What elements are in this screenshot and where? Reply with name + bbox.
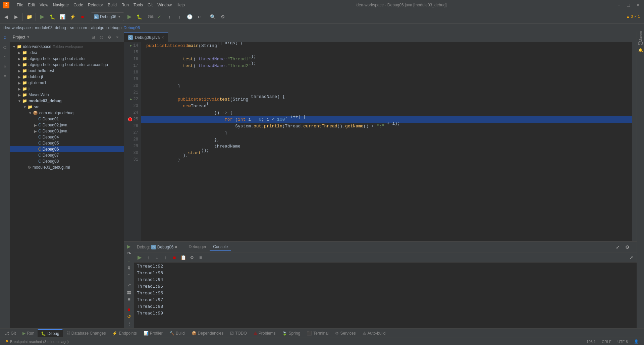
console-clear-button[interactable]: ▶ <box>136 253 144 262</box>
console-down-button[interactable]: ↓ <box>153 253 161 262</box>
debug-resume-button[interactable]: ▶ <box>125 243 133 249</box>
menu-run[interactable]: Run <box>119 2 131 8</box>
menu-code[interactable]: Code <box>71 2 85 8</box>
git-undo-button[interactable]: ↩ <box>195 12 204 21</box>
tree-item-debug02[interactable]: ▶ C Debug02.java <box>10 122 124 128</box>
debug-frames-button[interactable]: ≡ <box>125 296 133 302</box>
menu-window[interactable]: Window <box>155 2 174 8</box>
settings-panel-button[interactable]: ⚙ <box>106 34 113 41</box>
breadcrumb-workspace[interactable]: idea-workspace <box>3 25 31 30</box>
debug-tab-debugger[interactable]: Debugger <box>185 243 210 251</box>
bottom-tab-spring[interactable]: 🍃 Spring <box>279 330 304 337</box>
run-config-selector[interactable]: D Debug06 ▼ <box>91 12 124 21</box>
breadcrumb-module[interactable]: module03_debug <box>35 25 66 30</box>
bottom-tab-terminal[interactable]: ⬛ Terminal <box>304 330 332 337</box>
bottom-tab-endpoints[interactable]: ⚡ Endpoints <box>109 330 140 337</box>
tree-item-debug05[interactable]: C Debug05 <box>10 140 124 146</box>
code-content[interactable]: public static void main(String[] args) {… <box>141 42 632 241</box>
tree-item-iml[interactable]: ⚙ module03_debug.iml <box>10 164 124 170</box>
console-extra-button[interactable]: ≡ <box>197 253 205 262</box>
console-step-run-button[interactable]: ■ <box>170 253 178 262</box>
status-encoding[interactable]: UTF-8 <box>615 338 631 345</box>
bottom-tab-problems[interactable]: ⚠ Problems <box>250 330 279 337</box>
coverage-button[interactable]: 📊 <box>58 12 67 21</box>
sidebar-bookmarks-icon[interactable]: ☆ <box>1 62 9 70</box>
console-up-button[interactable]: ↑ <box>144 253 152 262</box>
breakpoint-25[interactable] <box>128 117 132 121</box>
status-user[interactable]: 👤 <box>631 338 641 345</box>
breadcrumb-file[interactable]: Debug06 <box>123 25 140 30</box>
menu-view[interactable]: View <box>38 2 50 8</box>
tree-item-debug07[interactable]: C Debug07 <box>10 152 124 158</box>
debug-stop-button[interactable]: ■ <box>125 306 133 312</box>
close-button[interactable]: × <box>635 2 641 8</box>
status-crlf[interactable]: CRLF <box>599 338 614 345</box>
tree-item-autoconfig[interactable]: ▶ 📁 atguigu-hello-spring-boot-starter-au… <box>10 62 124 68</box>
sidebar-commit-icon[interactable]: C <box>1 43 9 52</box>
profile-button[interactable]: ⚡ <box>68 12 77 21</box>
run-button[interactable]: ▶ <box>38 12 47 21</box>
bottom-tab-dependencies[interactable]: 📦 Dependencies <box>188 330 227 337</box>
tree-item-debug01[interactable]: C Debug01 <box>10 116 124 122</box>
debug-gear-button[interactable]: ⚙ <box>623 243 631 251</box>
sidebar-project-icon[interactable]: P <box>1 34 9 42</box>
tree-item-maven[interactable]: ▶ 📁 MavenWeb <box>10 92 124 98</box>
bottom-tab-db-changes[interactable]: 🗄 Database Changes <box>63 330 109 337</box>
breadcrumb-atguigu[interactable]: atguigu <box>91 25 104 30</box>
maven-icon[interactable]: Maven <box>638 34 644 40</box>
bottom-tab-run[interactable]: ▶ Run <box>19 330 38 337</box>
stop-button[interactable]: ■ <box>78 12 87 21</box>
run-action-button[interactable]: ▶ <box>125 12 134 21</box>
close-panel-button[interactable]: × <box>114 34 121 41</box>
console-end-button[interactable]: ⤢ <box>627 253 635 262</box>
debug-evaluate-button[interactable]: ▦ <box>125 289 133 295</box>
tree-item-debug08[interactable]: C Debug08 <box>10 158 124 164</box>
bottom-tab-profiler[interactable]: 📊 Profiler <box>140 330 166 337</box>
tree-item-module03[interactable]: ▼ 📁 module03_debug <box>10 98 124 104</box>
forward-button[interactable]: ▶ <box>11 12 21 21</box>
tree-item-root[interactable]: ▼ 📁 idea-workspace E:\idea-workspace <box>10 44 124 50</box>
tree-item-debug04[interactable]: C Debug04 <box>10 134 124 140</box>
menu-navigate[interactable]: Navigate <box>51 2 71 8</box>
tree-item-gitdemo[interactable]: ▶ 📁 git-demo1 <box>10 80 124 86</box>
console-step-out-button[interactable]: ↑ <box>162 253 170 262</box>
tree-item-src[interactable]: ▼ 📁 src <box>10 104 124 110</box>
locate-file-button[interactable]: ◎ <box>98 34 105 41</box>
tree-item-boot[interactable]: ▶ 📁 boot-hello-test <box>10 68 124 74</box>
breadcrumb-src[interactable]: src <box>70 25 75 30</box>
tree-item-debug03[interactable]: ▶ C Debug03.java <box>10 128 124 134</box>
tab-close-debug06[interactable]: × <box>162 35 164 40</box>
menu-refactor[interactable]: Refactor <box>86 2 105 8</box>
project-panel-title[interactable]: Project ▼ <box>13 35 30 40</box>
sidebar-structure-icon[interactable]: ≡ <box>1 71 9 80</box>
debug-run-to-cursor-button[interactable]: ↗ <box>125 282 133 288</box>
debug-tab-console[interactable]: Console <box>210 243 231 251</box>
debug-settings-button[interactable]: ⋮ <box>125 321 133 327</box>
tree-item-debug06[interactable]: C Debug06 <box>10 146 124 152</box>
breadcrumb-debug[interactable]: debug <box>108 25 119 30</box>
debug-restart-button[interactable]: ↺ <box>125 313 133 320</box>
menu-build[interactable]: Build <box>106 2 119 8</box>
debug-step-into-button[interactable]: ↓ <box>125 257 133 264</box>
git-pull-button[interactable]: ↓ <box>175 12 184 21</box>
bottom-tab-build[interactable]: 🔨 Build <box>166 330 188 337</box>
notifications-icon[interactable]: 🔔 <box>638 47 644 53</box>
debug-maximize-button[interactable]: ⤢ <box>614 243 622 251</box>
console-settings-button[interactable]: ⚙ <box>188 253 196 262</box>
back-button[interactable]: ◀ <box>1 12 11 21</box>
status-cursor[interactable]: 103:1 <box>584 338 599 345</box>
tree-item-dubbo[interactable]: ▶ 📁 dubbo-jt <box>10 74 124 80</box>
tree-item-starter[interactable]: ▶ 📁 atguigu-hello-spring-boot-starter <box>10 56 124 62</box>
status-breakpoint[interactable]: ⚑ Breakpoint reached (3 minutes ago) <box>3 338 71 345</box>
project-view-button[interactable]: 📁 <box>24 12 34 21</box>
bottom-tab-services[interactable]: ⚙ Services <box>332 330 359 337</box>
menu-edit[interactable]: Edit <box>26 2 37 8</box>
bottom-tab-debug[interactable]: 🐛 Debug <box>38 329 62 337</box>
search-button[interactable]: 🔍 <box>208 12 217 21</box>
console-dump-button[interactable]: 📋 <box>179 253 187 262</box>
settings-button[interactable]: ⚙ <box>218 12 227 21</box>
editor-tab-debug06[interactable]: C Debug06.java × <box>124 33 168 42</box>
debug-step-over-button[interactable]: ↷ <box>125 250 133 256</box>
breadcrumb-com[interactable]: com <box>79 25 87 30</box>
tree-item-package[interactable]: ▼ 📦 com.atguigu.debug <box>10 110 124 116</box>
